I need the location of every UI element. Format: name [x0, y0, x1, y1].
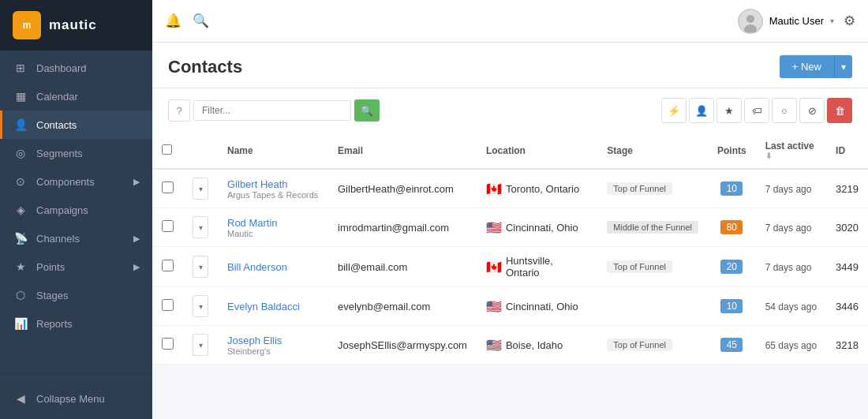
sidebar-nav: ⊞ Dashboard ▦ Calendar 👤 Contacts ◎ Segm… — [0, 51, 152, 377]
notification-icon[interactable]: 🔔 — [165, 13, 181, 29]
new-split-button[interactable]: ▾ — [834, 55, 852, 78]
contact-name[interactable]: Gilbert Heath — [227, 178, 319, 190]
filter-action-user[interactable]: 👤 — [689, 98, 714, 123]
row-points-cell: 10 — [708, 287, 756, 326]
contact-name[interactable]: Bill Anderson — [227, 261, 319, 273]
select-all-checkbox[interactable] — [162, 144, 172, 155]
row-ctrl-cell: ▾ — [183, 208, 218, 247]
row-location-cell: 🇨🇦 Toronto, Ontario — [477, 169, 597, 208]
filter-action-ban[interactable]: ⊘ — [799, 98, 825, 123]
points-badge: 80 — [720, 220, 743, 234]
channels-icon: 📡 — [13, 232, 28, 245]
row-id-cell: 3218 — [826, 326, 868, 365]
last-active-value: 7 days ago — [765, 262, 812, 273]
contact-email: bill@email.com — [338, 261, 407, 273]
sidebar-item-reports[interactable]: 📊 Reports — [0, 309, 152, 338]
row-points-cell: 10 — [708, 169, 756, 208]
components-icon: ⊙ — [13, 175, 28, 188]
flag-icon: 🇺🇸 — [486, 338, 502, 353]
contact-name[interactable]: Joseph Ellis — [227, 335, 319, 346]
contacts-icon: 👤 — [13, 118, 28, 131]
row-location-cell: 🇺🇸 Cincinnati, Ohio — [477, 287, 597, 326]
row-dropdown[interactable]: ▾ — [193, 256, 208, 278]
user-name: Mautic User — [769, 15, 824, 27]
row-dropdown[interactable]: ▾ — [193, 178, 208, 200]
contact-location: Toronto, Ontario — [506, 183, 579, 195]
row-last-active-cell: 7 days ago — [756, 208, 826, 247]
gear-icon[interactable]: ⚙ — [844, 13, 855, 29]
campaigns-icon: ◈ — [13, 204, 28, 216]
th-name[interactable]: Name — [218, 133, 328, 169]
row-last-active-cell: 7 days ago — [756, 247, 826, 287]
sidebar-item-calendar[interactable]: ▦ Calendar — [0, 82, 152, 110]
sidebar-item-components[interactable]: ⊙ Components ▶ — [0, 167, 152, 196]
th-last-active[interactable]: Last active ⬇ — [756, 133, 826, 169]
th-email[interactable]: Email — [328, 133, 477, 169]
contact-email: GilbertHeath@einrot.com — [338, 183, 454, 195]
filter-action-star[interactable]: ★ — [716, 98, 742, 123]
table-header: Name Email Location Stage Points Last ac… — [152, 133, 868, 169]
row-dropdown[interactable]: ▾ — [193, 295, 208, 317]
filter-action-bolt[interactable]: ⚡ — [661, 98, 687, 123]
row-name-cell: Gilbert Heath Argus Tapes & Records — [218, 169, 328, 208]
main-content: Contacts + New ▾ ? 🔍 ⚡ 👤 ★ 🏷 — [152, 43, 868, 419]
sidebar-item-contacts[interactable]: 👤 Contacts — [0, 110, 152, 139]
bolt-icon: ⚡ — [668, 105, 680, 117]
new-button[interactable]: + New — [780, 55, 834, 78]
table-row: ▾ Rod Martin Mautic imrodmartin@gmail.co… — [152, 208, 868, 247]
contact-id: 3219 — [836, 183, 859, 195]
topbar: 🔔 🔍 Mautic User ▾ ⚙ — [152, 0, 868, 43]
row-location-cell: 🇨🇦 Huntsville, Ontario — [477, 247, 597, 287]
th-id[interactable]: ID — [826, 133, 868, 169]
th-location[interactable]: Location — [477, 133, 597, 169]
collapse-icon: ◀ — [13, 392, 28, 405]
row-id-cell: 3446 — [826, 287, 868, 326]
sidebar-item-label: Components — [36, 176, 95, 188]
row-name-cell: Rod Martin Mautic — [218, 208, 328, 247]
dashboard-icon: ⊞ — [13, 62, 28, 74]
row-id-cell: 3219 — [826, 169, 868, 208]
th-points[interactable]: Points — [708, 133, 756, 169]
row-name-cell: Bill Anderson — [218, 247, 328, 287]
points-badge: 10 — [720, 299, 743, 313]
filter-help-button[interactable]: ? — [168, 99, 190, 122]
th-stage[interactable]: Stage — [597, 133, 708, 169]
contact-email: imrodmartin@gmail.com — [338, 222, 449, 234]
topbar-user[interactable]: Mautic User ▾ — [738, 9, 834, 34]
filter-action-delete[interactable]: 🗑 — [827, 98, 852, 123]
search-icon[interactable]: 🔍 — [193, 13, 209, 29]
contacts-table: Name Email Location Stage Points Last ac… — [152, 133, 868, 365]
filter-actions: ⚡ 👤 ★ 🏷 ○ ⊘ 🗑 — [661, 98, 852, 123]
sidebar-item-points[interactable]: ★ Points ▶ — [0, 253, 152, 281]
table-row: ▾ Gilbert Heath Argus Tapes & Records Gi… — [152, 169, 868, 208]
user-icon: 👤 — [695, 105, 708, 117]
segments-icon: ◎ — [13, 147, 28, 159]
filter-input[interactable] — [193, 100, 351, 121]
filter-action-circle[interactable]: ○ — [772, 98, 797, 123]
sidebar-item-channels[interactable]: 📡 Channels ▶ — [0, 224, 152, 253]
sidebar-item-dashboard[interactable]: ⊞ Dashboard — [0, 54, 152, 82]
sidebar-item-collapse[interactable]: ◀ Collapse Menu — [13, 386, 140, 411]
filter-search-button[interactable]: 🔍 — [354, 99, 380, 122]
th-select-all[interactable] — [152, 133, 183, 169]
contact-name[interactable]: Evelyn Baldacci — [227, 301, 319, 312]
filter-action-tag[interactable]: 🏷 — [744, 98, 769, 123]
contact-name[interactable]: Rod Martin — [227, 217, 319, 229]
row-ctrl-cell: ▾ — [183, 287, 218, 326]
row-stage-cell: Top of Funnel — [597, 169, 708, 208]
row-checkbox[interactable] — [162, 338, 174, 350]
row-checkbox[interactable] — [162, 181, 174, 193]
row-dropdown[interactable]: ▾ — [193, 334, 208, 356]
stages-icon: ⬡ — [13, 289, 28, 301]
sidebar-item-segments[interactable]: ◎ Segments — [0, 139, 152, 167]
row-checkbox[interactable] — [162, 260, 174, 271]
th-ctrl — [183, 133, 218, 169]
row-checkbox[interactable] — [162, 299, 174, 311]
row-dropdown[interactable]: ▾ — [193, 216, 208, 238]
circle-icon: ○ — [781, 105, 788, 117]
row-checkbox[interactable] — [162, 220, 174, 232]
sidebar-item-campaigns[interactable]: ◈ Campaigns — [0, 196, 152, 224]
row-id-cell: 3020 — [826, 208, 868, 247]
contact-email: evelynb@email.com — [338, 301, 430, 312]
sidebar-item-stages[interactable]: ⬡ Stages — [0, 281, 152, 309]
